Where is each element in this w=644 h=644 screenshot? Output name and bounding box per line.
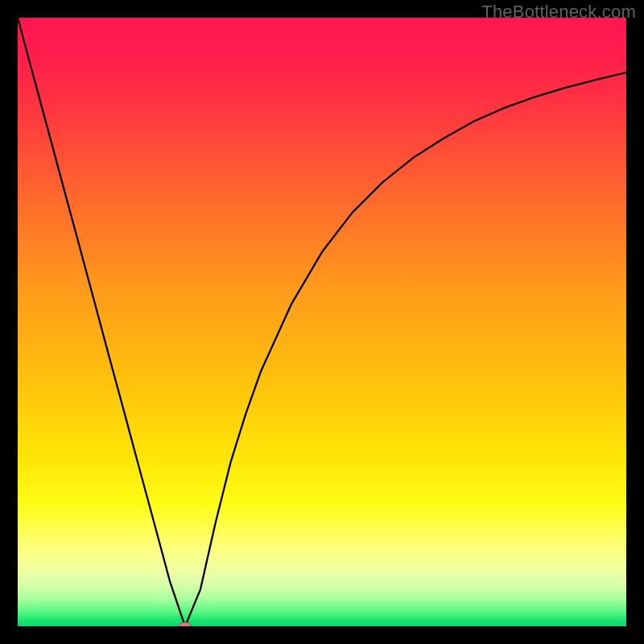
plot-area [18,18,626,626]
chart-svg [18,18,626,626]
watermark-text: TheBottleneck.com [481,2,636,23]
gradient-background [18,18,626,626]
chart-container: TheBottleneck.com [0,0,644,644]
